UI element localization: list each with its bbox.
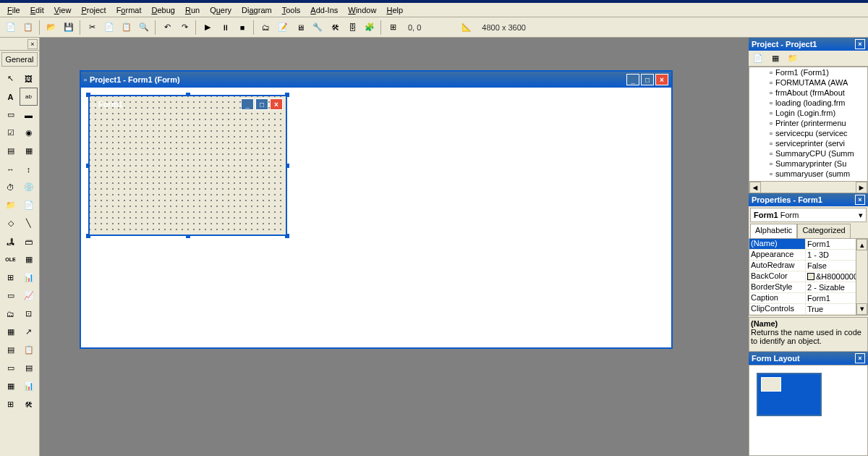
toolbox-button[interactable]: 🛠	[327, 20, 343, 35]
properties-object-combo[interactable]: Form1 Form ▾	[750, 208, 867, 222]
dirlistbox-tool[interactable]: 📁	[1, 196, 20, 214]
line-tool[interactable]: ╲	[20, 214, 38, 232]
tree-item[interactable]: ▫SummaryCPU (Summ	[749, 148, 867, 159]
redo-button[interactable]: ↷	[176, 20, 192, 35]
filelistbox-tool[interactable]: 📄	[20, 196, 38, 214]
pointer-tool[interactable]: ↖	[1, 69, 20, 88]
custom-tool-12[interactable]: ▭	[1, 359, 20, 377]
tree-item[interactable]: ▫serviceprinter (servi	[749, 138, 867, 148]
custom-tool-1[interactable]: ▦	[20, 250, 38, 269]
toggle-folders-button[interactable]: 📁	[785, 51, 801, 67]
menu-query[interactable]: Query	[205, 4, 236, 16]
property-row[interactable]: BorderStyle2 - Sizable	[749, 282, 867, 293]
custom-tool-7[interactable]: ⊡	[20, 305, 38, 323]
menu-file[interactable]: File	[3, 4, 25, 16]
tree-item[interactable]: ▫Printer (printermenu	[749, 118, 867, 128]
copy-button[interactable]: 📄	[101, 20, 117, 35]
optionbutton-tool[interactable]: ◉	[20, 124, 38, 142]
custom-tool-5[interactable]: 📈	[20, 287, 38, 305]
image-tool[interactable]: 🏞	[1, 232, 20, 250]
custom-tool-2[interactable]: ⊞	[1, 269, 20, 287]
tree-item[interactable]: ▫frmAbout (frmAbout	[749, 88, 867, 98]
form1-minimize-button[interactable]: _	[241, 98, 254, 110]
paste-button[interactable]: 📋	[119, 20, 135, 35]
ole-tool[interactable]: OLE	[1, 250, 20, 269]
project-panel-title[interactable]: Project - Project1 ×	[749, 38, 868, 51]
property-row[interactable]: AutoRedrawFalse	[749, 261, 867, 271]
custom-tool-9[interactable]: ↗	[20, 323, 38, 341]
view-object-button[interactable]: ▦	[767, 51, 783, 67]
break-button[interactable]: ⏸	[217, 20, 233, 35]
form-layout-button[interactable]: 🖥	[292, 20, 308, 35]
end-button[interactable]: ■	[234, 20, 250, 35]
tree-item[interactable]: ▫Form1 (Form1)	[749, 67, 867, 77]
hscrollbar-tool[interactable]: ↔	[1, 160, 20, 178]
form-design-surface[interactable]: ▫ Form1 _ □ ×	[88, 95, 287, 236]
project-explorer-button[interactable]: 🗂	[258, 20, 273, 35]
timer-tool[interactable]: ⏱	[1, 178, 20, 196]
form-layout-title[interactable]: Form Layout ×	[749, 352, 868, 365]
project-tree[interactable]: ▫Form1 (Form1)▫FORMUTAMA (AWA▫frmAbout (…	[749, 67, 868, 193]
custom-tool-10[interactable]: ▤	[1, 341, 20, 359]
custom-tool-8[interactable]: ▦	[1, 323, 20, 341]
grid-button[interactable]: ⊞	[385, 20, 401, 35]
scroll-right-button[interactable]: ►	[856, 182, 867, 193]
toolbox-general-tab[interactable]: General	[1, 52, 38, 67]
designer-maximize-button[interactable]: □	[641, 74, 654, 85]
custom-tool-14[interactable]: ▦	[1, 377, 20, 395]
custom-tool-16[interactable]: ⊞	[1, 395, 20, 413]
tree-item[interactable]: ▫Login (Login.frm)	[749, 108, 867, 118]
props-scroll-down[interactable]: ▾	[856, 303, 867, 315]
properties-panel-title[interactable]: Properties - Form1 ×	[749, 193, 868, 206]
tree-item[interactable]: ▫Summaryprinter (Su	[749, 159, 867, 169]
undo-button[interactable]: ↶	[159, 20, 175, 35]
scroll-left-button[interactable]: ◄	[749, 182, 761, 193]
frame-tool[interactable]: ▭	[1, 106, 20, 124]
drivelistbox-tool[interactable]: 💿	[20, 178, 38, 196]
menu-run[interactable]: Run	[181, 4, 204, 16]
properties-grid[interactable]: (Name)Form1Appearance1 - 3DAutoRedrawFal…	[749, 238, 868, 316]
designer-titlebar[interactable]: ▫ Project1 - Form1 (Form) _ □ ×	[81, 72, 671, 88]
label-tool[interactable]: A	[1, 88, 20, 106]
menu-edit[interactable]: Edit	[26, 4, 48, 16]
visual-component-button[interactable]: 🧩	[362, 20, 378, 35]
vscrollbar-tool[interactable]: ↕	[20, 160, 38, 178]
tree-item[interactable]: ▫summaryuser (summ	[749, 169, 867, 179]
combobox-tool[interactable]: ▤	[1, 142, 20, 160]
designer-close-button[interactable]: ×	[655, 74, 668, 85]
menu-diagram[interactable]: Diagram	[237, 4, 276, 16]
property-row[interactable]: ClipControlsTrue	[749, 304, 867, 315]
view-code-button[interactable]: 📄	[750, 51, 766, 67]
data-tool[interactable]: 🗃	[20, 232, 38, 250]
commandbutton-tool[interactable]: ▬	[20, 106, 38, 124]
menu-tools[interactable]: Tools	[278, 4, 305, 16]
shape-tool[interactable]: ◇	[1, 214, 20, 232]
open-button[interactable]: 📂	[43, 20, 59, 35]
custom-tool-4[interactable]: ▭	[1, 287, 20, 305]
property-row[interactable]: Appearance1 - 3D	[749, 250, 867, 261]
custom-tool-15[interactable]: 📊	[20, 377, 38, 395]
mini-screen[interactable]	[757, 373, 822, 416]
property-row[interactable]: CaptionForm1	[749, 293, 867, 304]
property-row[interactable]: ControlBoxTrue	[749, 315, 867, 316]
menu-view[interactable]: View	[50, 4, 76, 16]
textbox-tool[interactable]: ab	[20, 88, 38, 106]
toolbox-close-button[interactable]: ×	[27, 39, 38, 49]
properties-button[interactable]: 📝	[275, 20, 291, 35]
designer-minimize-button[interactable]: _	[626, 74, 639, 85]
listbox-tool[interactable]: ▦	[20, 142, 38, 160]
form1-maximize-button[interactable]: □	[255, 98, 268, 110]
custom-tool-3[interactable]: 📊	[20, 269, 38, 287]
save-button[interactable]: 💾	[61, 20, 77, 35]
checkbox-tool[interactable]: ☑	[1, 124, 20, 142]
menu-help[interactable]: Help	[382, 4, 407, 16]
custom-tool-17[interactable]: 🛠	[20, 395, 38, 413]
form-layout-body[interactable]	[749, 365, 868, 457]
menu-debug[interactable]: Debug	[147, 4, 179, 16]
property-row[interactable]: BackColor&H8000000F	[749, 271, 867, 282]
add-form-button[interactable]: 📋	[20, 20, 36, 35]
designer-window[interactable]: ▫ Project1 - Form1 (Form) _ □ ×	[80, 70, 673, 349]
tree-item[interactable]: ▫loading (loading.frm	[749, 98, 867, 108]
menu-window[interactable]: Window	[344, 4, 380, 16]
menu-project[interactable]: Project	[77, 4, 110, 16]
